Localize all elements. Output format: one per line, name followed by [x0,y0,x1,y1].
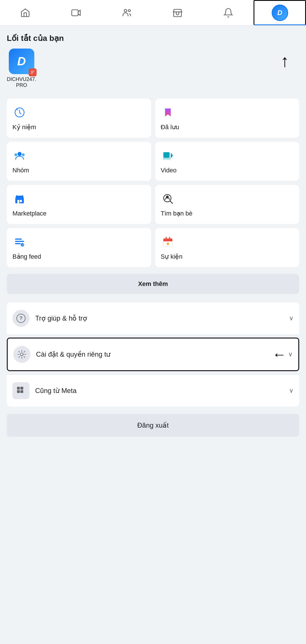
feed-icon [12,235,27,249]
app-shortcut-label: DICHVU247. PRO [7,76,36,88]
list-item-settings[interactable]: Cài đặt & quyền riêng tư ← ∨ [7,338,299,371]
svg-rect-20 [15,241,24,242]
nav-profile[interactable]: D [254,0,306,25]
svg-point-10 [22,153,25,156]
bookmark-icon [161,105,175,120]
svg-rect-34 [20,390,23,393]
svg-text:?: ? [20,315,23,321]
menu-item-saved[interactable]: Đã lưu [155,99,299,138]
menu-item-find-friends[interactable]: Tìm bạn bè [155,185,299,224]
svg-rect-21 [15,243,21,244]
main-content: Lối tắt của bạn D DICHVU247. PRO [0,26,306,445]
svg-point-8 [18,152,22,156]
svg-point-1 [124,9,127,12]
svg-rect-32 [20,387,23,390]
clock-icon [12,105,27,120]
arrow-up-annotation: ↑ [280,53,289,70]
svg-rect-15 [17,200,19,203]
find-friends-label: Tìm bạn bè [161,210,193,217]
groups-label: Nhóm [12,167,29,174]
shortcuts-header: Lối tắt của bạn [7,34,299,43]
svg-rect-19 [15,239,22,240]
menu-item-feed-board[interactable]: Bảng feed [7,228,151,267]
help-label: Trợ giúp & hỗ trợ [35,314,289,322]
app-icon: D [9,49,34,74]
nav-friends[interactable] [102,0,152,25]
meta-grid-icon [12,382,29,399]
saved-label: Đã lưu [161,124,179,131]
store-icon [12,192,27,206]
menu-item-video[interactable]: Video [155,142,299,181]
list-section: ? Trợ giúp & hỗ trợ ∨ Cài đặt & quyền ri… [7,302,299,407]
svg-rect-16 [20,200,22,202]
svg-rect-4 [31,71,35,72]
menu-item-memories[interactable]: Kỷ niệm [7,99,151,138]
svg-rect-0 [72,10,78,16]
search-person-icon [161,192,175,206]
marketplace-label: Marketplace [12,210,47,217]
menu-item-events[interactable]: Sự kiện [155,228,299,267]
app-shortcut[interactable]: D DICHVU247. PRO [7,49,36,88]
svg-rect-14 [15,198,24,203]
svg-marker-13 [171,153,173,158]
svg-rect-6 [31,74,33,74]
groups-icon [12,149,27,163]
memories-label: Kỷ niệm [12,124,36,131]
nav-home[interactable] [0,0,51,25]
calendar-star-icon [161,235,175,249]
nav-notifications[interactable] [203,0,254,25]
menu-item-groups[interactable]: Nhóm [7,142,151,181]
svg-point-27 [169,237,170,239]
meta-label: Cũng từ Meta [35,387,289,395]
meta-chevron: ∨ [289,387,294,394]
question-icon: ? [12,310,29,327]
nav-video[interactable] [51,0,102,25]
shortcuts-section: Lối tắt của bạn D DICHVU247. PRO [7,34,299,92]
svg-rect-31 [17,387,20,390]
feed-board-label: Bảng feed [12,253,41,260]
svg-point-2 [128,9,130,12]
avatar: D [272,5,288,21]
events-label: Sự kiện [161,253,183,260]
settings-label: Cài đặt & quyền riêng tư [36,350,272,358]
svg-rect-11 [163,152,170,158]
video-label: Video [161,167,177,174]
nav-marketplace[interactable] [152,0,203,25]
svg-rect-12 [163,158,171,159]
svg-rect-3 [174,12,181,17]
notification-badge [29,68,37,76]
svg-rect-5 [31,72,33,73]
list-item-meta[interactable]: Cũng từ Meta ∨ [7,375,299,407]
svg-rect-33 [17,390,20,393]
svg-point-30 [20,353,23,356]
menu-item-marketplace[interactable]: Marketplace [7,185,151,224]
svg-rect-25 [163,241,172,241]
svg-point-9 [14,153,17,156]
arrow-left-annotation: ← ∨ [272,346,293,363]
settings-chevron: ∨ [288,351,293,358]
menu-grid: Kỷ niệm Đã lưu [7,99,299,267]
gear-icon [13,346,30,363]
logout-button[interactable]: Đăng xuất [7,414,299,437]
chevron-down-icon: ∨ [289,315,294,322]
svg-point-22 [21,243,24,246]
video-play-icon [161,149,175,163]
svg-point-26 [165,237,167,239]
list-item-help[interactable]: ? Trợ giúp & hỗ trợ ∨ [7,302,299,334]
see-more-button[interactable]: Xem thêm [7,274,299,294]
top-navigation: D [0,0,306,26]
